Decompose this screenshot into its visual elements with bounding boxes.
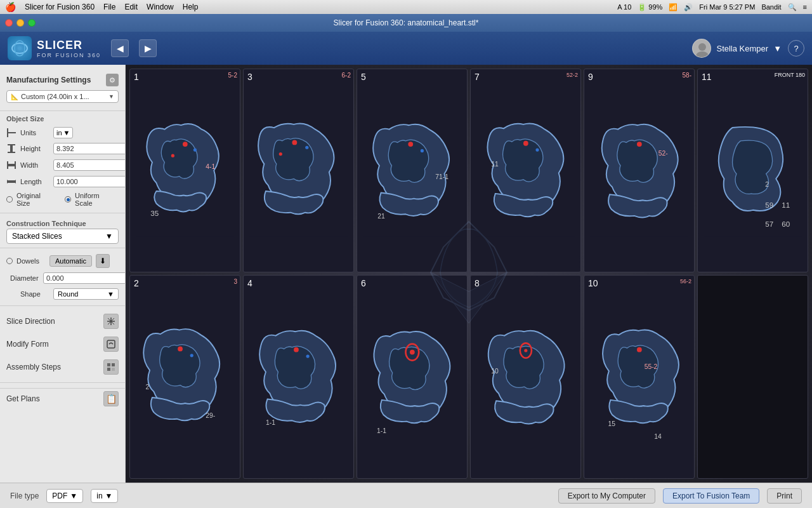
- menu-file[interactable]: File: [103, 3, 115, 11]
- svg-text:11: 11: [491, 161, 499, 168]
- construction-technique-dropdown[interactable]: Stacked Slices ▼: [6, 229, 119, 244]
- modify-form-row: Modify Form: [0, 333, 125, 356]
- modify-form-label: Modify Form: [6, 340, 49, 349]
- height-input[interactable]: [53, 143, 126, 154]
- unit-dropdown[interactable]: in ▼: [91, 489, 118, 503]
- dowels-radio[interactable]: [6, 258, 13, 264]
- svg-point-45: [637, 142, 642, 147]
- print-button[interactable]: Print: [767, 488, 802, 504]
- slice-label: 58-: [683, 72, 691, 79]
- search-icon[interactable]: 🔍: [788, 3, 797, 11]
- svg-text:71-1: 71-1: [435, 173, 449, 180]
- apple-menu[interactable]: 🍎: [5, 2, 16, 12]
- assembly-steps-button[interactable]: [103, 359, 119, 375]
- slice-panel-1: 1 5-2 35 4-1: [129, 69, 240, 272]
- chevron-down-icon: ▼: [107, 290, 114, 298]
- slice-svg: 10: [476, 286, 575, 468]
- slice-panel-11: 11 FRONT 180 59 2 57 60 11: [697, 69, 808, 272]
- slice-svg: 11: [476, 79, 575, 262]
- original-size-radio[interactable]: [6, 196, 13, 203]
- length-input[interactable]: [53, 176, 126, 187]
- svg-marker-15: [13, 180, 16, 184]
- preset-icon: 📐: [11, 93, 18, 100]
- forward-button[interactable]: ▶: [139, 39, 157, 57]
- toolbar: SLICER FOR FUSION 360 ◀ ▶ Stella Kemper …: [0, 32, 812, 65]
- size-options-row: Original Size Uniform Scale: [0, 190, 125, 209]
- svg-text:35: 35: [150, 209, 159, 217]
- menu-icon[interactable]: ≡: [803, 3, 807, 11]
- menu-window[interactable]: Window: [147, 3, 174, 11]
- menu-help[interactable]: Help: [183, 3, 199, 11]
- manufacturing-settings-section: Manufacturing Settings ⚙ 📐 Custom (24.00…: [0, 70, 125, 107]
- dowels-label: Dowels: [16, 257, 46, 265]
- units-label: Units: [20, 129, 49, 137]
- svg-rect-23: [107, 368, 110, 371]
- svg-text:1-1: 1-1: [266, 419, 275, 426]
- close-button[interactable]: [5, 19, 13, 27]
- svg-text:21: 21: [377, 213, 385, 220]
- export-team-button[interactable]: Export To Fusion Team: [663, 488, 759, 504]
- svg-text:60: 60: [782, 220, 790, 228]
- manufacturing-settings-title: Manufacturing Settings: [6, 76, 91, 84]
- width-input[interactable]: [53, 159, 126, 171]
- chevron-down-icon: ▼: [70, 491, 77, 500]
- object-size-label: Object Size: [0, 115, 125, 123]
- bottom-bar: File type PDF ▼ in ▼ Export to My Comput…: [0, 483, 812, 508]
- svg-rect-9: [8, 152, 15, 153]
- svg-point-34: [305, 146, 308, 149]
- svg-marker-14: [7, 180, 10, 184]
- export-computer-button[interactable]: Export to My Computer: [558, 488, 655, 504]
- help-button[interactable]: ?: [788, 40, 804, 57]
- back-button[interactable]: ◀: [111, 39, 129, 57]
- units-dropdown[interactable]: in ▼: [53, 127, 73, 138]
- svg-point-26: [183, 142, 188, 147]
- slice-label: 5-2: [228, 72, 237, 79]
- maximize-button[interactable]: [28, 19, 36, 27]
- chevron-down-icon: ▼: [773, 44, 782, 53]
- app-menu-name[interactable]: Slicer for Fusion 360: [25, 3, 95, 11]
- svg-rect-21: [107, 363, 110, 366]
- shape-dropdown[interactable]: Round ▼: [53, 288, 119, 300]
- svg-text:29-: 29-: [206, 412, 215, 419]
- slice-svg: 1-1: [363, 286, 462, 468]
- minimize-button[interactable]: [16, 19, 24, 27]
- get-plans-row: Get Plans 📋: [0, 388, 125, 409]
- shape-label: Shape: [20, 290, 49, 298]
- username: Bandit: [761, 3, 781, 11]
- app-logo: SLICER FOR FUSION 360: [8, 36, 101, 60]
- chevron-down-icon: ▼: [105, 232, 113, 241]
- slice-panel-2: 2 3 2 29-: [129, 275, 240, 479]
- stacked-slices-label: Stacked Slices: [12, 232, 62, 241]
- uniform-scale-radio[interactable]: [65, 196, 71, 203]
- preset-dropdown[interactable]: 📐 Custom (24.00in x 1... ▼: [6, 90, 119, 103]
- slice-direction-button[interactable]: [103, 314, 119, 329]
- dowels-settings-button[interactable]: ⬇: [96, 254, 110, 268]
- filetype-dropdown[interactable]: PDF ▼: [46, 489, 83, 503]
- svg-point-27: [171, 154, 174, 157]
- divider-3: [0, 248, 125, 248]
- adobe-icon: A 10: [617, 3, 631, 11]
- datetime: Fri Mar 9 5:27 PM: [699, 3, 755, 11]
- svg-point-41: [523, 141, 528, 146]
- assembly-steps-row: Assembly Steps: [0, 356, 125, 378]
- slice-number: 4: [247, 278, 252, 288]
- automatic-button[interactable]: Automatic: [49, 255, 92, 267]
- chevron-down-icon: ▼: [105, 491, 113, 500]
- settings-gear-button[interactable]: ⚙: [106, 74, 119, 86]
- slice-number: 8: [475, 278, 480, 288]
- user-info: Stella Kemper ▼: [692, 39, 782, 58]
- shape-row: Shape Round ▼: [0, 286, 125, 302]
- slice-front-label: FRONT 180: [775, 72, 805, 78]
- get-plans-button[interactable]: 📋: [103, 391, 119, 406]
- round-label: Round: [58, 290, 78, 298]
- diameter-input[interactable]: [43, 272, 126, 284]
- menu-edit[interactable]: Edit: [124, 3, 138, 11]
- units-row: Units in ▼: [0, 125, 125, 140]
- dowels-row: Dowels Automatic ⬇: [0, 252, 125, 270]
- chevron-down-icon: ▼: [63, 129, 70, 137]
- chevron-down-icon: ▼: [108, 93, 114, 100]
- slice-svg: [249, 79, 348, 262]
- avatar: [692, 39, 711, 58]
- modify-form-button[interactable]: [103, 337, 119, 352]
- slice-panel-6: 6 1-1: [357, 275, 468, 479]
